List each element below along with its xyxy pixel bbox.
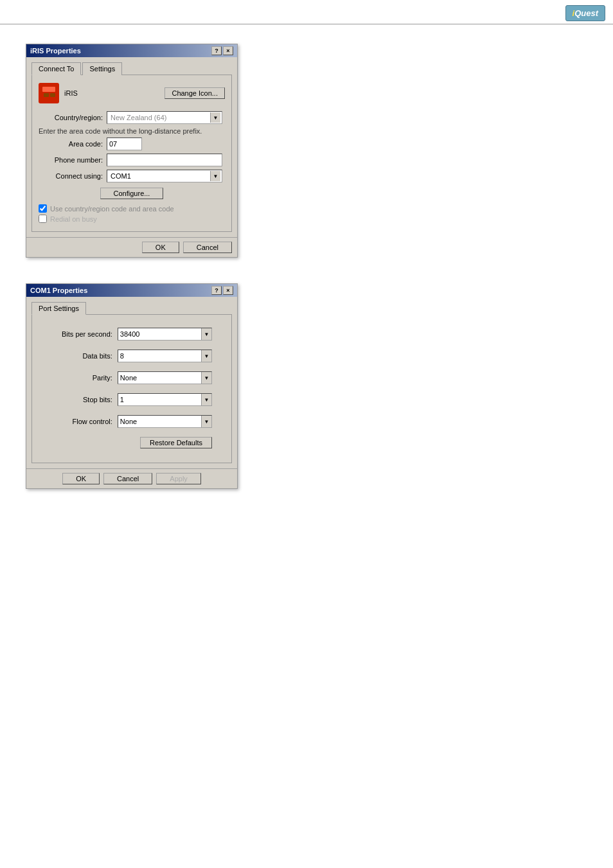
phone-number-row: Phone number: [39,154,225,166]
iris-tab-connect-to[interactable]: Connect To [31,62,81,75]
parity-label: Parity: [51,374,112,382]
flow-control-label: Flow control: [51,418,112,425]
com1-tab-bar: Port Settings [31,302,232,315]
iris-icon-svg [40,84,58,102]
redial-checkbox[interactable] [39,215,47,223]
phone-number-input[interactable] [107,154,222,166]
parity-select[interactable]: None ▼ [118,371,212,384]
svg-rect-3 [50,93,55,97]
stop-bits-arrow: ▼ [201,394,211,405]
iris-tab-content: iRIS Change Icon... Country/region: New … [31,75,232,232]
port-settings-form: Bits per second: 38400 ▼ Data bits: 8 ▼ [39,323,225,456]
com1-properties-dialog: COM1 Properties ? × Port Settings Bits p… [26,283,238,489]
area-code-input[interactable] [107,137,142,150]
use-country-checkbox[interactable] [39,204,47,213]
flow-control-select[interactable]: None ▼ [118,415,212,428]
main-content: iRIS Properties ? × Connect To Settings [0,24,613,534]
connect-using-row: Connect using: COM1 ▼ [39,170,225,182]
logo: iQuest [565,5,605,21]
iris-close-button[interactable]: × [223,46,233,55]
bits-per-second-arrow: ▼ [201,328,211,340]
country-region-label: Country/region: [39,114,103,121]
parity-arrow: ▼ [201,372,211,384]
parity-row: Parity: None ▼ [51,371,212,384]
bits-per-second-label: Bits per second: [51,330,112,338]
data-bits-select[interactable]: 8 ▼ [118,350,212,362]
com1-tab-port-settings[interactable]: Port Settings [31,302,86,315]
flow-control-row: Flow control: None ▼ [51,415,212,428]
com1-close-button[interactable]: × [223,286,233,295]
com1-cancel-button[interactable]: Cancel [103,473,152,484]
configure-row: Configure... [39,188,225,199]
com1-dialog-body: Port Settings Bits per second: 38400 ▼ D… [26,297,237,468]
phone-number-label: Phone number: [39,156,103,164]
stop-bits-value: 1 [118,396,201,403]
use-country-label: Use country/region code and area code [50,205,174,213]
iris-dialog-body: Connect To Settings iRIS Change [26,57,237,237]
change-icon-button[interactable]: Change Icon... [164,87,225,99]
com1-tab-content: Bits per second: 38400 ▼ Data bits: 8 ▼ [31,314,232,463]
data-bits-row: Data bits: 8 ▼ [51,350,212,362]
data-bits-value: 8 [118,352,201,360]
logo-rest: Quest [574,8,598,18]
redial-label: Redial on busy [50,215,97,223]
com1-help-button[interactable]: ? [211,286,222,295]
configure-button[interactable]: Configure... [100,188,164,199]
iris-tab-settings[interactable]: Settings [82,62,122,75]
area-code-row: Area code: [39,137,225,150]
svg-rect-2 [44,93,49,97]
country-region-select[interactable]: New Zealand (64) ▼ [107,111,222,124]
iris-tab-bar: Connect To Settings [31,62,232,75]
country-region-arrow: ▼ [210,112,220,123]
iris-cancel-button[interactable]: Cancel [183,242,232,253]
iris-dialog-footer: OK Cancel [26,237,237,257]
com1-titlebar: COM1 Properties ? × [26,284,237,297]
connect-using-select[interactable]: COM1 ▼ [107,170,222,182]
area-code-label: Area code: [39,140,103,148]
data-bits-arrow: ▼ [201,350,211,362]
flow-control-value: None [118,418,201,425]
com1-dialog-footer: OK Cancel Apply [26,468,237,488]
com1-dialog-title: COM1 Properties [30,287,211,294]
bits-per-second-select[interactable]: 38400 ▼ [118,328,212,341]
bits-per-second-value: 38400 [118,330,201,338]
redial-row: Redial on busy [39,215,225,223]
iris-name-label: iRIS [64,89,164,97]
stop-bits-select[interactable]: 1 ▼ [118,393,212,406]
connect-using-label: Connect using: [39,172,103,180]
iris-titlebar-buttons: ? × [211,46,233,55]
iris-ok-button[interactable]: OK [142,242,179,253]
use-country-row: Use country/region code and area code [39,204,225,213]
com1-apply-button[interactable]: Apply [156,473,201,484]
country-region-value: New Zealand (64) [109,114,210,121]
iris-properties-dialog: iRIS Properties ? × Connect To Settings [26,44,238,258]
restore-defaults-row: Restore Defaults [51,437,212,448]
iris-titlebar: iRIS Properties ? × [26,44,237,57]
stop-bits-label: Stop bits: [51,396,112,403]
stop-bits-row: Stop bits: 1 ▼ [51,393,212,406]
flow-control-arrow: ▼ [201,416,211,427]
svg-rect-1 [42,87,55,92]
bits-per-second-row: Bits per second: 38400 ▼ [51,328,212,341]
country-region-row: Country/region: New Zealand (64) ▼ [39,111,225,124]
iris-dialog-title: iRIS Properties [30,47,211,55]
connect-using-value: COM1 [109,172,210,180]
iris-icon [39,83,59,103]
header: iQuest [0,0,613,24]
data-bits-label: Data bits: [51,352,112,360]
com1-ok-button[interactable]: OK [62,473,100,484]
iris-help-button[interactable]: ? [211,46,222,55]
com1-titlebar-buttons: ? × [211,286,233,295]
area-code-note: Enter the area code without the long-dis… [39,127,225,135]
iris-icon-row: iRIS Change Icon... [39,83,225,103]
connect-using-arrow: ▼ [210,171,220,181]
restore-defaults-button[interactable]: Restore Defaults [140,437,212,448]
parity-value: None [118,374,201,382]
